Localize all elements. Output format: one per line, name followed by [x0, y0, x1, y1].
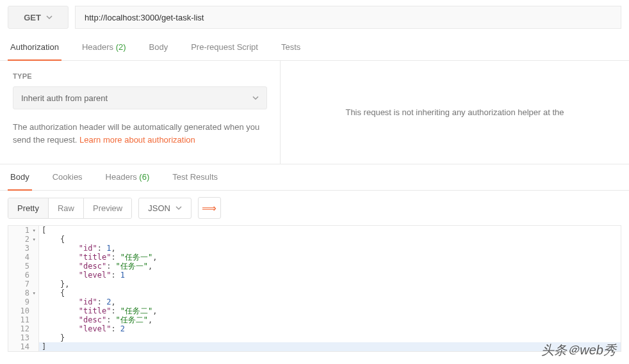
response-tab-cookies[interactable]: Cookies	[50, 164, 85, 191]
wrap-lines-button[interactable]: ⟹	[198, 197, 221, 219]
format-select[interactable]: JSON	[138, 198, 192, 219]
code-line: 1▾[	[8, 226, 621, 235]
watermark: 头条＠web秀	[541, 342, 616, 359]
code-line: 2▾ {	[8, 235, 621, 244]
auth-inherit-message: This request is not inheriting any autho…	[281, 61, 629, 164]
learn-more-link[interactable]: Learn more about authorization	[79, 135, 195, 145]
response-tabs: BodyCookiesHeaders (6)Test Results	[0, 164, 629, 191]
chevron-down-icon	[46, 14, 53, 20]
code-line: 13 }	[8, 333, 621, 342]
code-line: 4 "title": "任务一",	[8, 253, 621, 262]
response-body[interactable]: 1▾[2▾ {3 "id": 1,4 "title": "任务一",5 "des…	[8, 225, 621, 352]
tab-body[interactable]: Body	[147, 35, 171, 61]
view-mode-group: PrettyRawPreview	[8, 198, 132, 219]
tab-authorization[interactable]: Authorization	[8, 35, 61, 61]
code-line: 14]	[8, 342, 621, 351]
auth-type-value: Inherit auth from parent	[21, 93, 108, 103]
method-selector[interactable]: GET	[8, 6, 69, 29]
code-line: 5 "desc": "任务一",	[8, 262, 621, 271]
code-line: 8▾ {	[8, 289, 621, 297]
request-tabs: AuthorizationHeaders (2)BodyPre-request …	[0, 35, 629, 61]
code-line: 11 "desc": "任务二",	[8, 315, 621, 324]
format-label: JSON	[148, 203, 170, 213]
tab-tests[interactable]: Tests	[279, 35, 303, 61]
response-tab-body[interactable]: Body	[8, 164, 32, 191]
code-line: 7 },	[8, 280, 621, 289]
view-mode-pretty[interactable]: Pretty	[8, 198, 49, 218]
url-input[interactable]	[75, 6, 621, 29]
code-line: 10 "title": "任务二",	[8, 306, 621, 315]
view-mode-preview[interactable]: Preview	[84, 198, 131, 218]
tab-pre-request-script[interactable]: Pre-request Script	[188, 35, 261, 61]
chevron-down-icon	[252, 95, 259, 101]
code-line: 3 "id": 1,	[8, 244, 621, 253]
response-tab-test-results[interactable]: Test Results	[170, 164, 220, 191]
code-line: 12 "level": 2	[8, 324, 621, 333]
response-tab-headers[interactable]: Headers (6)	[103, 164, 152, 191]
method-label: GET	[24, 13, 41, 22]
tab-headers[interactable]: Headers (2)	[79, 35, 129, 61]
auth-type-label: TYPE	[13, 72, 267, 80]
wrap-icon: ⟹	[202, 202, 216, 214]
chevron-down-icon	[176, 205, 182, 211]
auth-description: The authorization header will be automat…	[13, 121, 267, 146]
code-line: 6 "level": 1	[8, 271, 621, 280]
view-mode-raw[interactable]: Raw	[49, 198, 84, 218]
auth-type-select[interactable]: Inherit auth from parent	[13, 86, 267, 109]
code-line: 9 "id": 2,	[8, 297, 621, 306]
